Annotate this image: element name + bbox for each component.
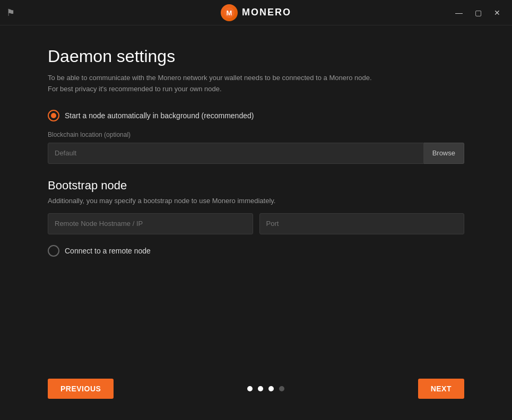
auto-node-label: Start a node automatically in background… xyxy=(65,111,254,120)
window-controls: — ▢ ✕ xyxy=(450,0,506,25)
bootstrap-section: Bootstrap node Additionally, you may spe… xyxy=(48,179,464,245)
remote-node-radio-button[interactable] xyxy=(48,245,59,257)
page-description: To be able to communicate with the Moner… xyxy=(48,73,464,95)
next-button[interactable]: Next xyxy=(418,379,464,399)
hostname-input[interactable] xyxy=(48,213,253,234)
pagination-dots xyxy=(247,386,284,391)
page-title: Daemon settings xyxy=(48,47,464,66)
auto-node-radio-inner xyxy=(51,113,56,118)
app-logo: M MONERO xyxy=(221,4,291,21)
blockchain-label: Blockchain location (optional) xyxy=(48,131,464,138)
blockchain-location-input[interactable] xyxy=(48,143,424,164)
pagination-dot-4 xyxy=(279,386,284,391)
port-field-wrapper xyxy=(259,213,465,234)
minimize-button[interactable]: — xyxy=(450,4,467,21)
hostname-field-wrapper xyxy=(48,213,253,234)
node-inputs-group xyxy=(48,213,464,234)
blockchain-section: Blockchain location (optional) Browse xyxy=(48,131,464,179)
page-description-line1: To be able to communicate with the Moner… xyxy=(48,74,372,82)
monero-logo-icon: M xyxy=(221,4,238,21)
app-title: MONERO xyxy=(242,7,291,18)
bottom-navigation: Previous Next xyxy=(48,368,464,399)
flag-area: ⚑ xyxy=(6,0,15,25)
remote-node-label: Connect to a remote node xyxy=(65,247,151,255)
titlebar: ⚑ M MONERO — ▢ ✕ xyxy=(0,0,512,25)
flag-icon: ⚑ xyxy=(6,7,15,19)
blockchain-input-group: Browse xyxy=(48,143,464,164)
pagination-dot-1 xyxy=(247,386,253,391)
pagination-dot-3 xyxy=(268,386,274,391)
pagination-dot-2 xyxy=(258,386,263,391)
bootstrap-title: Bootstrap node xyxy=(48,179,464,192)
main-content: Daemon settings To be able to communicat… xyxy=(0,25,512,420)
browse-button[interactable]: Browse xyxy=(424,143,464,164)
remote-node-radio[interactable]: Connect to a remote node xyxy=(48,245,464,257)
auto-node-radio[interactable]: Start a node automatically in background… xyxy=(48,110,464,121)
close-button[interactable]: ✕ xyxy=(489,4,506,21)
auto-node-radio-button[interactable] xyxy=(48,110,59,121)
svg-text:M: M xyxy=(227,9,232,17)
page-description-line2: For best privacy it's recommended to run… xyxy=(48,85,222,93)
bootstrap-description: Additionally, you may specify a bootstra… xyxy=(48,197,464,205)
previous-button[interactable]: Previous xyxy=(48,379,114,399)
port-input[interactable] xyxy=(259,213,465,234)
maximize-button[interactable]: ▢ xyxy=(470,4,487,21)
